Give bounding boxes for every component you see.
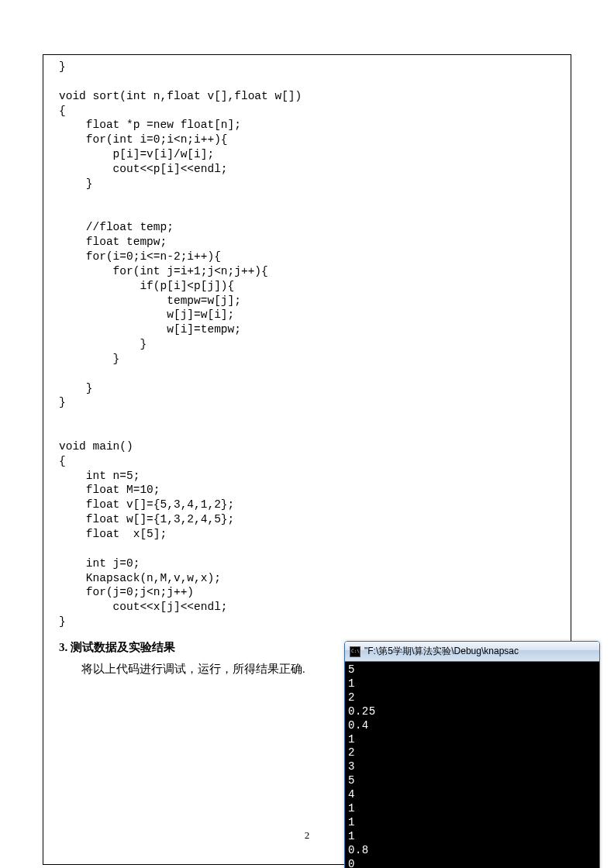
console-title-text: "F:\第5学期\算法实验\Debug\knapsac xyxy=(364,645,519,658)
console-titlebar[interactable]: "F:\第5学期\算法实验\Debug\knapsac xyxy=(345,642,599,662)
code-listing: } void sort(int n,float v[],float w[]) {… xyxy=(59,60,555,629)
cmd-icon xyxy=(350,646,360,657)
page-number: 2 xyxy=(0,829,614,842)
